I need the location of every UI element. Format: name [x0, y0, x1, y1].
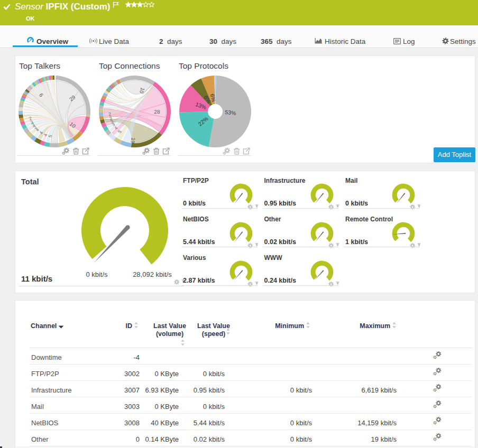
svg-text:28: 28 — [154, 109, 160, 115]
svg-text:53%: 53% — [225, 109, 236, 116]
svg-text:19: 19 — [130, 137, 136, 144]
